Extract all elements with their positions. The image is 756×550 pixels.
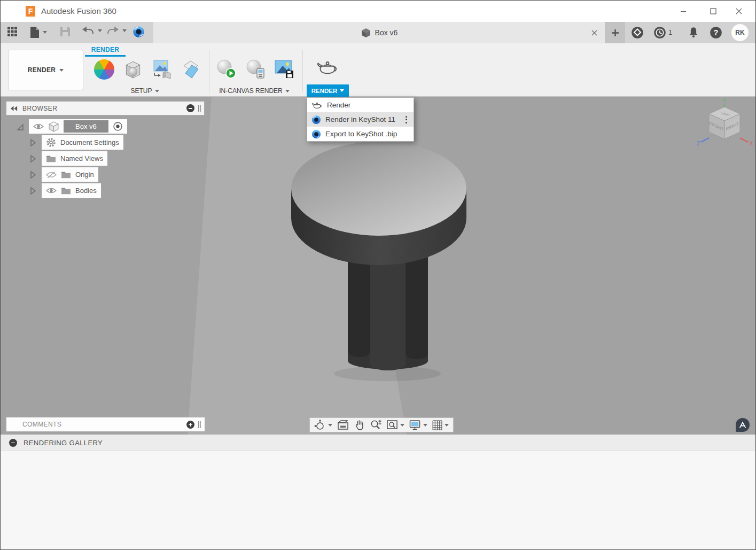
extensions-icon[interactable]: [630, 25, 645, 40]
document-tab-label: Box v6: [375, 28, 398, 37]
in-canvas-render-settings-button[interactable]: [244, 57, 268, 82]
appearance-button[interactable]: [92, 57, 116, 82]
expand-right-icon[interactable]: [28, 186, 38, 196]
caret-down-icon: [155, 90, 159, 92]
caret-down-icon: [98, 29, 102, 32]
fusion-logo-icon: F: [26, 6, 35, 17]
browser-item-bodies[interactable]: Bodies: [28, 183, 101, 198]
viewport-canvas[interactable]: Y Z X TOP FRONT RIGHT BROWSER: [1, 97, 756, 435]
orbit-button[interactable]: [312, 418, 334, 432]
avatar-initials: RK: [735, 29, 744, 36]
in-canvas-render-button[interactable]: [215, 57, 238, 82]
minimize-button[interactable]: [671, 4, 696, 19]
workspace-selector-button[interactable]: RENDER: [8, 50, 83, 90]
render-settings-icon: [244, 58, 268, 81]
collapse-gallery-button[interactable]: [9, 439, 17, 447]
caret-down-icon: [285, 90, 290, 92]
save-button[interactable]: [60, 26, 71, 37]
notifications-bell-icon[interactable]: [686, 25, 701, 40]
caret-down-icon: [400, 424, 404, 427]
browser-item-named-views[interactable]: Named Views: [28, 151, 107, 166]
add-comment-button[interactable]: [186, 421, 194, 429]
caret-down-icon: [122, 29, 127, 32]
panel-grip-handle[interactable]: [198, 421, 201, 428]
collapse-expanded-icon[interactable]: [15, 122, 25, 131]
display-settings-button[interactable]: [407, 418, 430, 432]
browser-item-document-settings[interactable]: Document Settings: [28, 135, 123, 150]
pan-hand-icon: [354, 419, 365, 431]
menu-item-export-keyshot-bip[interactable]: Export to KeyShot .bip: [307, 127, 414, 141]
browser-item-origin[interactable]: Origin: [28, 167, 98, 182]
display-settings-icon: [409, 419, 422, 431]
workspace-label: RENDER: [28, 66, 56, 74]
fusion360-window: F Autodesk Fusion 360: [0, 0, 756, 550]
expand-right-icon[interactable]: [28, 138, 38, 148]
new-tab-button[interactable]: [605, 22, 625, 43]
comments-bar[interactable]: COMMENTS: [6, 417, 205, 432]
tab-close-icon[interactable]: [589, 27, 599, 38]
job-count-badge: 1: [668, 28, 672, 36]
render-play-icon: [215, 58, 238, 81]
root-item-label[interactable]: Box v6: [64, 120, 108, 133]
browser-root-row[interactable]: Box v6: [15, 119, 127, 134]
render-button[interactable]: [316, 55, 339, 80]
keyshot-plugin-icon[interactable]: [133, 26, 145, 38]
view-cube[interactable]: Y Z X TOP FRONT RIGHT: [694, 98, 755, 156]
look-at-button[interactable]: [334, 418, 352, 432]
ribbon-divider: [302, 50, 303, 92]
document-tab[interactable]: Box v6: [153, 22, 605, 43]
redo-icon: [106, 26, 119, 35]
texture-map-controls-button[interactable]: [179, 57, 202, 82]
rendering-gallery-header[interactable]: RENDERING GALLERY: [1, 435, 755, 451]
in-canvas-render-group-label: IN-CANVAS RENDER: [219, 87, 282, 95]
more-options-icon[interactable]: [403, 116, 409, 123]
item-label: Origin: [75, 171, 94, 179]
expand-right-icon[interactable]: [28, 170, 38, 180]
grid-layout-button[interactable]: [430, 418, 451, 432]
menu-item-label: Export to KeyShot .bip: [325, 130, 409, 138]
visibility-eye-icon[interactable]: [46, 187, 57, 194]
visibility-off-icon[interactable]: [46, 171, 57, 179]
svg-text:Y: Y: [723, 98, 727, 104]
item-label: Named Views: [60, 154, 103, 162]
autodesk-assistant-button[interactable]: [736, 418, 750, 432]
in-canvas-render-group-dropdown[interactable]: IN-CANVAS RENDER: [214, 87, 294, 95]
pan-button[interactable]: [352, 418, 368, 432]
browser-panel: BROWSER: [6, 101, 205, 115]
file-menu-button[interactable]: [29, 26, 47, 38]
user-avatar[interactable]: RK: [731, 24, 749, 41]
activate-component-radio-icon[interactable]: [113, 121, 123, 131]
redo-button[interactable]: [106, 26, 127, 35]
ribbon-tab-render[interactable]: RENDER: [85, 46, 126, 53]
fit-button[interactable]: [384, 418, 407, 432]
close-button[interactable]: [727, 4, 751, 19]
caret-down-icon: [340, 89, 344, 92]
model-box-v6[interactable]: [257, 134, 492, 385]
rendering-gallery-title: RENDERING GALLERY: [24, 439, 103, 447]
visibility-eye-icon[interactable]: [33, 123, 44, 130]
scene-settings-button[interactable]: [121, 57, 145, 82]
active-tab-underline: [85, 55, 126, 57]
undo-button[interactable]: [82, 26, 102, 35]
ribbon-divider: [209, 50, 209, 92]
keyshot-icon: [311, 115, 321, 125]
browser-header[interactable]: BROWSER: [6, 101, 205, 115]
svg-text:X: X: [750, 141, 753, 146]
expand-right-icon[interactable]: [28, 154, 38, 164]
render-group-dropdown[interactable]: RENDER: [307, 84, 349, 97]
hide-panel-button[interactable]: [186, 104, 194, 112]
collapse-panel-icon[interactable]: [10, 105, 18, 112]
help-icon[interactable]: ?: [708, 25, 723, 40]
capture-image-button[interactable]: [272, 57, 296, 82]
job-status-icon[interactable]: [652, 25, 667, 40]
rendering-gallery-content: [1, 451, 755, 550]
menu-item-render-in-keyshot[interactable]: Render in KeyShot 11: [307, 112, 414, 127]
decal-button[interactable]: [150, 57, 174, 82]
app-grid-icon[interactable]: [7, 26, 18, 37]
setup-group-dropdown[interactable]: SETUP: [107, 87, 182, 95]
maximize-button[interactable]: [701, 4, 726, 19]
menu-item-render[interactable]: Render: [307, 98, 414, 112]
panel-grip-handle[interactable]: [198, 105, 201, 112]
zoom-button[interactable]: [368, 418, 384, 432]
browser-title: BROWSER: [22, 105, 186, 112]
